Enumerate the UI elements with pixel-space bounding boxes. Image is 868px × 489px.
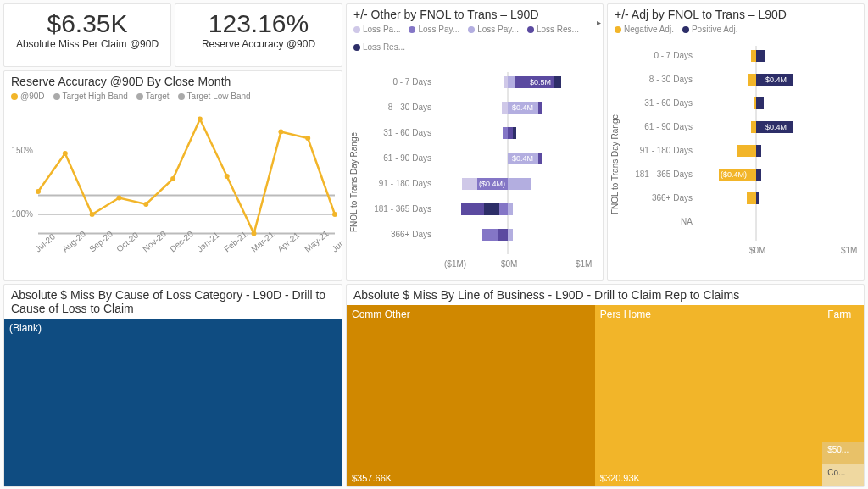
treemap-cause-of-loss[interactable]: Absolute $ Miss By Cause of Loss Categor… <box>3 284 342 487</box>
svg-rect-29 <box>499 203 508 215</box>
svg-text:150%: 150% <box>11 146 33 155</box>
svg-text:31 - 60 Days: 31 - 60 Days <box>644 98 693 108</box>
treemap-cell-co[interactable]: Co... <box>822 464 864 486</box>
svg-rect-30 <box>508 203 513 215</box>
svg-rect-4 <box>508 76 515 88</box>
svg-text:366+ Days: 366+ Days <box>391 230 431 239</box>
svg-text:$0.4M: $0.4M <box>765 75 787 84</box>
svg-rect-28 <box>484 203 499 215</box>
svg-rect-56 <box>756 145 761 157</box>
cell-label: Pers Home <box>600 308 651 320</box>
svg-text:100%: 100% <box>11 209 33 219</box>
svg-text:$0M: $0M <box>749 246 765 255</box>
chart-legend: Loss Pa... Loss Pay... Loss Pay... Loss … <box>347 25 603 55</box>
svg-rect-9 <box>502 102 508 114</box>
kpi-miss-per-claim: $6.35K Absolute Miss Per Claim @90D <box>3 3 171 67</box>
svg-text:$1M: $1M <box>576 259 592 269</box>
cell-value: $736.59K <box>9 486 49 487</box>
svg-rect-42 <box>756 50 765 62</box>
kpi-reserve-accuracy: 123.16% Reserve Accuracy @90D <box>175 3 342 67</box>
svg-rect-19 <box>538 153 542 164</box>
treemap-cell-comm-other[interactable]: Comm Other $357.66K <box>347 305 595 486</box>
svg-text:($0.4M): ($0.4M) <box>479 180 505 188</box>
svg-rect-55 <box>737 145 756 157</box>
svg-text:NA: NA <box>681 217 693 226</box>
svg-text:($0.4M): ($0.4M) <box>721 170 747 179</box>
svg-text:91 - 180 Days: 91 - 180 Days <box>379 179 431 188</box>
svg-rect-59 <box>756 169 761 181</box>
kpi-label: Reserve Accuracy @90D <box>179 38 338 50</box>
svg-text:$1M: $1M <box>841 246 857 255</box>
svg-point-80 <box>252 231 257 236</box>
svg-text:8 - 30 Days: 8 - 30 Days <box>388 103 431 112</box>
line-svg: 100% 150% Jul-20 Aug-20 Sep-20 Oct-20 No… <box>4 104 342 274</box>
cell-value: $357.66K <box>352 473 392 483</box>
svg-point-79 <box>225 174 230 179</box>
svg-rect-33 <box>498 229 508 241</box>
svg-rect-63 <box>756 192 759 204</box>
svg-point-82 <box>305 136 310 141</box>
svg-point-72 <box>36 189 41 194</box>
svg-rect-15 <box>508 127 513 139</box>
chart-adj-by-fnol[interactable]: +/- Adj by FNOL to Trans – L90D Negative… <box>607 3 865 281</box>
svg-text:181 - 365 Days: 181 - 365 Days <box>374 204 431 214</box>
svg-rect-3 <box>504 76 508 88</box>
cell-value: $320.93K <box>600 473 640 483</box>
svg-point-77 <box>170 176 175 181</box>
chart-title: Absolute $ Miss By Line of Business - L9… <box>347 285 864 305</box>
svg-rect-22 <box>462 178 477 190</box>
svg-text:$0.4M: $0.4M <box>512 103 533 112</box>
other-bar-svg: FNOL to Trans Day Range 0 - 7 Days $0.5M… <box>347 55 604 281</box>
svg-rect-48 <box>754 97 756 109</box>
svg-rect-11 <box>538 102 542 114</box>
svg-text:8 - 30 Days: 8 - 30 Days <box>649 75 693 84</box>
kpi-label: Absolute Miss Per Claim @90D <box>8 38 167 50</box>
svg-rect-41 <box>751 50 756 62</box>
chart-legend: Negative Adj. Positive Adj. <box>608 25 864 37</box>
svg-text:($1M): ($1M) <box>444 259 466 269</box>
svg-point-73 <box>63 151 68 156</box>
chart-title: +/- Adj by FNOL to Trans – L90D <box>608 4 864 25</box>
svg-point-76 <box>143 202 148 207</box>
svg-rect-62 <box>747 192 756 204</box>
svg-text:0 - 7 Days: 0 - 7 Days <box>392 77 431 86</box>
chart-reserve-accuracy-line[interactable]: Reserve Accuracy @90D By Close Month @90… <box>3 70 342 281</box>
chart-title: Absolute $ Miss By Cause of Loss Categor… <box>4 285 342 319</box>
cell-label: Co... <box>827 468 845 477</box>
treemap-cell-50[interactable]: $50... <box>822 442 864 465</box>
cell-label: Comm Other <box>352 308 410 320</box>
svg-text:$0.4M: $0.4M <box>512 154 533 163</box>
cell-label: Farm <box>827 308 851 320</box>
svg-point-78 <box>198 117 203 122</box>
svg-text:0 - 7 Days: 0 - 7 Days <box>654 51 693 60</box>
svg-rect-6 <box>554 76 561 88</box>
chart-legend: @90D Target High Band Target Target Low … <box>4 92 342 104</box>
svg-point-74 <box>90 212 95 217</box>
svg-text:FNOL to Trans Day Range: FNOL to Trans Day Range <box>610 114 620 214</box>
svg-point-81 <box>278 130 283 135</box>
svg-text:61 - 90 Days: 61 - 90 Days <box>383 153 431 163</box>
treemap-cell-pers-home[interactable]: Pers Home $320.93K <box>595 305 822 486</box>
svg-text:31 - 60 Days: 31 - 60 Days <box>383 128 431 137</box>
svg-point-75 <box>117 196 122 201</box>
svg-text:181 - 365 Days: 181 - 365 Days <box>635 169 693 179</box>
scroll-right-icon[interactable]: ▸ <box>597 18 601 27</box>
treemap-cell-blank[interactable]: (Blank) $736.59K <box>4 319 342 487</box>
svg-rect-51 <box>751 121 756 133</box>
chart-other-by-fnol[interactable]: +/- Other by FNOL to Trans – L90D Loss P… <box>346 3 604 281</box>
svg-rect-49 <box>756 97 764 109</box>
svg-rect-14 <box>503 127 508 139</box>
svg-text:$0.5M: $0.5M <box>530 78 551 86</box>
svg-text:366+ Days: 366+ Days <box>652 193 693 203</box>
svg-text:91 - 180 Days: 91 - 180 Days <box>640 146 693 155</box>
treemap-cell-farm[interactable]: Farm <box>822 305 864 442</box>
svg-rect-32 <box>482 229 498 241</box>
svg-rect-16 <box>513 127 516 139</box>
svg-rect-27 <box>461 203 484 215</box>
svg-text:61 - 90 Days: 61 - 90 Days <box>644 122 693 131</box>
treemap-line-of-business[interactable]: Absolute $ Miss By Line of Business - L9… <box>346 284 865 487</box>
adj-bar-svg: FNOL to Trans Day Range 0 - 7 Days 8 - 3… <box>608 37 865 270</box>
kpi-value: 123.16% <box>179 9 338 38</box>
svg-text:$0.4M: $0.4M <box>765 123 787 131</box>
svg-rect-34 <box>508 229 513 241</box>
